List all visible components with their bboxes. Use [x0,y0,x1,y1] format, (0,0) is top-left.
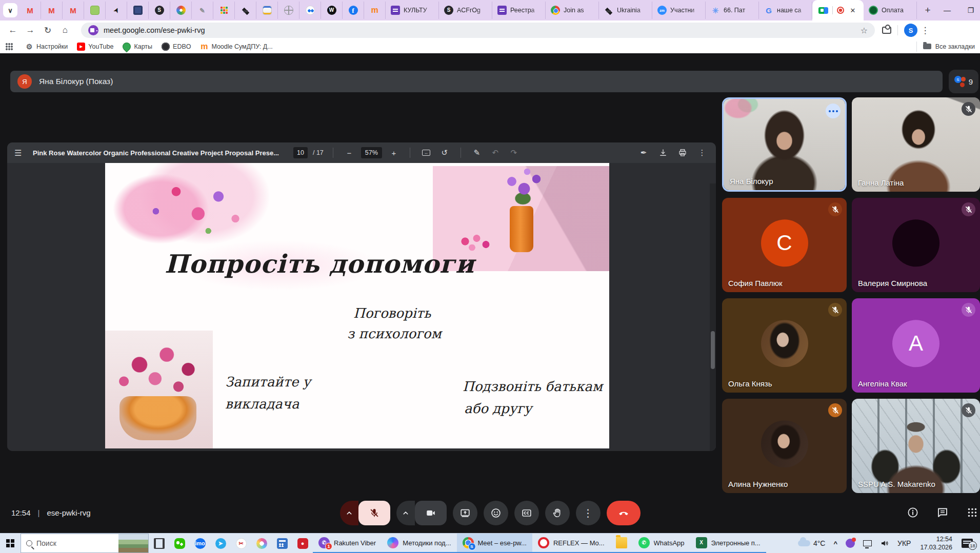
tray-clock[interactable]: 12:54 17.03.2026 [915,535,957,552]
participant-tile[interactable]: Яна Білокур [722,97,847,192]
pdf-more-button[interactable]: ⋮ [695,146,709,159]
pinned-tab-grad-cap[interactable] [235,2,256,19]
taskbar-app-folder-tb[interactable] [610,534,633,553]
pinned-tab-cursor[interactable]: ➤ [106,2,127,19]
browser-tab[interactable]: Gнаше са [759,2,812,19]
start-button[interactable] [0,534,21,553]
bookmark-item[interactable]: mMoodle СумДПУ: Д... [195,41,277,52]
undo-button[interactable]: ↶ [489,146,502,159]
language-indicator[interactable]: УКР [893,534,915,553]
taskbar-app-Элетронные п...[interactable]: XЭлетронные п... [690,534,766,553]
signature-button[interactable]: ✒ [637,146,650,159]
participant-tile[interactable]: Ольга Князь [722,298,847,393]
pinned-tab-feather-gray[interactable]: ✎ [192,2,213,19]
taskbar-paint3d-button[interactable] [251,534,272,553]
pinned-tab-gmail[interactable]: M [63,2,84,19]
camera-control[interactable] [396,501,447,525]
annotate-pen-button[interactable]: ✎ [470,146,484,159]
browser-tab[interactable]: ✳66. Пат [706,2,759,19]
pinned-tab-w-circle[interactable]: W [321,2,343,19]
browser-tab[interactable]: Оплата [864,2,917,19]
end-call-button[interactable] [607,501,641,525]
bookmark-item[interactable]: Карты [118,41,157,52]
fit-to-page-button[interactable]: ↔ [419,146,433,159]
bookmark-star-icon[interactable]: ☆ [861,26,868,35]
taskbar-snip-button[interactable]: ✂ [231,534,251,553]
taskbar-calc-button[interactable] [272,534,292,553]
zoom-level[interactable]: 57% [361,147,382,158]
pinned-tab-gmail[interactable]: M [19,2,41,19]
active-tab[interactable]: ✕ [812,0,864,21]
volume-icon[interactable] [876,534,893,553]
tab-search-button[interactable]: ∨ [3,3,17,17]
browser-tab[interactable]: Реестра [492,2,546,19]
notification-center[interactable]: 18 [957,534,977,553]
browser-menu-icon[interactable]: ⋮ [917,25,933,36]
reactions-button[interactable] [484,501,508,525]
mic-control[interactable] [340,501,390,525]
more-options-button[interactable]: ⋮ [576,501,601,525]
minimize-button[interactable]: — [935,1,959,20]
taskbar-telegram-button[interactable]: ➤ [210,534,231,553]
taskbar-app-Rakuten Viber[interactable]: ✆1Rakuten Viber [313,534,382,553]
weather-widget[interactable]: 4°C [794,534,830,553]
browser-tab[interactable]: SACFrOg [439,2,492,19]
pdf-page-input[interactable]: 10 [293,147,308,158]
pinned-tab-globe[interactable] [278,2,299,19]
pinned-tab-gmail[interactable]: M [41,2,63,19]
reload-button[interactable]: ↻ [39,23,56,38]
pinned-tab-notes-green[interactable] [84,2,106,19]
taskbar-imo-button[interactable]: imo [190,534,210,553]
raise-hand-button[interactable] [545,501,570,525]
download-button[interactable] [656,146,670,159]
forward-button[interactable]: → [22,23,39,38]
maximize-button[interactable]: ❐ [959,1,980,20]
info-icon[interactable] [907,506,919,519]
profile-avatar[interactable]: S [904,24,917,37]
browser-tab[interactable]: zmУчастни [652,2,706,19]
participant-tile[interactable]: Алина Нужненко [722,399,847,493]
participants-count-pill[interactable]: S 9 [949,70,978,93]
extensions-icon[interactable] [882,27,891,34]
camera-button[interactable] [415,501,447,525]
activities-grid-icon[interactable] [966,506,978,519]
chat-icon[interactable] [936,506,949,519]
participant-tile[interactable]: A Ангеліна Квак [852,298,980,393]
new-tab-button[interactable]: + [920,3,935,18]
rotate-button[interactable]: ↺ [438,146,451,159]
browser-tab[interactable]: Ukrainia [599,2,652,19]
url-text[interactable]: meet.google.com/ese-pwki-rvg [104,26,855,34]
browser-tab[interactable]: Join as [546,2,599,19]
zoom-out-button[interactable]: − [343,146,356,159]
taskbar-app-WhatsApp[interactable]: ✆WhatsApp [633,534,690,553]
participant-tile[interactable]: C София Павлюк [722,198,847,292]
redo-button[interactable]: ↷ [507,146,521,159]
participant-tile[interactable]: Ганна Латіна [852,97,980,192]
pinned-tab-s-dark-circle[interactable]: S [149,2,170,19]
participant-tile[interactable]: SSPU A.S. Makarenko [852,399,980,493]
taskbar-app-REFLEX — Mo...[interactable]: REFLEX — Mo... [532,534,610,553]
pdf-menu-icon[interactable]: ☰ [14,148,28,158]
captions-button[interactable] [514,501,539,525]
home-button[interactable]: ⌂ [56,23,74,38]
pinned-tab-io-circle[interactable] [299,2,321,19]
bookmark-item[interactable]: ▶YouTube [72,41,118,52]
pdf-scrollbar[interactable] [710,183,716,451]
print-button[interactable] [676,146,689,159]
tile-menu-button[interactable] [826,104,841,118]
apps-grid-icon[interactable] [5,43,13,51]
tab-close-button[interactable]: ✕ [848,6,857,15]
taskbar-taskview-button[interactable] [149,534,169,553]
participant-tile[interactable]: Валерия Смирнова [852,198,980,292]
taskbar-app-Meet – ese-pw...[interactable]: Meet – ese-pw... [457,534,532,553]
viber-tray-icon[interactable] [842,534,859,553]
back-button[interactable]: ← [4,23,22,38]
pdf-scrollbar-thumb[interactable] [711,331,715,369]
pinned-tab-badge-id[interactable] [256,2,278,19]
mic-mute-button[interactable] [358,501,390,525]
taskbar-wechat-button[interactable] [169,534,190,553]
bookmark-item[interactable]: EDBO [157,41,195,52]
bookmark-item[interactable]: ⚙Настройки [21,41,72,52]
tray-expand-chevron[interactable]: ^ [829,534,842,553]
pinned-tab-facebook[interactable]: f [343,2,364,19]
